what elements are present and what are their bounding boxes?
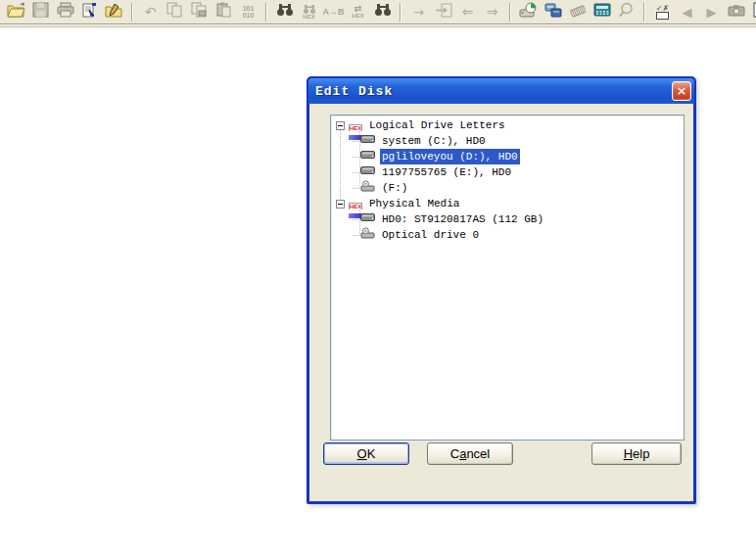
replace-hex-icon: ⇄ HEX [352, 6, 363, 19]
tree-item-label: system (C:), HD0 [380, 133, 488, 149]
move-back-button[interactable]: ⇐ [455, 1, 480, 23]
hard-disk-icon [360, 133, 376, 149]
toolbar-shadow [0, 25, 756, 28]
properties-icon [81, 2, 98, 23]
tree-item-optical-drive-0[interactable]: Optical drive 0 [331, 227, 684, 243]
tree-connector [353, 172, 359, 173]
tree-connector [353, 141, 359, 142]
triangle-left-icon: ◀ [683, 5, 692, 20]
toolbar-separator [509, 3, 511, 22]
drive-tree-listbox[interactable]: HEX Logical Drive Letters system (C:), H… [330, 115, 685, 441]
undo-button[interactable]: ↶ [138, 1, 163, 23]
tree-item-system-c[interactable]: system (C:), HD0 [331, 133, 684, 149]
calculator-button[interactable] [590, 1, 614, 23]
tree-item-physical-media[interactable]: HEX Physical Media [331, 196, 684, 211]
hex-logo-icon: HEX [349, 198, 363, 210]
tree-item-label: Physical Media [367, 196, 461, 211]
tree-item-hd0-st9120817as[interactable]: HD0: ST9120817AS (112 GB) [331, 211, 684, 227]
copy-binary-button[interactable]: 101 010 [236, 1, 260, 23]
open-disk-button[interactable] [516, 1, 541, 23]
replace-hex-button[interactable]: ⇄ HEX [346, 1, 370, 23]
properties-button[interactable] [77, 1, 102, 23]
tree-connector [353, 188, 359, 189]
hard-disk-icon [360, 164, 376, 180]
binoculars-hex-icon: HEX [303, 5, 316, 20]
replace-text-button[interactable]: A→B [321, 1, 346, 23]
toolbar-separator [131, 3, 133, 22]
tree-item-label: (F:) [380, 180, 409, 196]
tree-item-1197755765-e[interactable]: 1197755765 (E:), HD0 [331, 164, 684, 180]
folder-edit-button[interactable] [102, 1, 126, 23]
save-button[interactable] [28, 1, 53, 23]
print-button[interactable] [53, 1, 77, 23]
ram-editor-icon [544, 2, 562, 22]
find-hex-button[interactable]: HEX [297, 1, 321, 23]
close-button[interactable]: × [672, 81, 691, 101]
edit-disk-dialog: Edit Disk × HEX Logical Drive Letters [307, 76, 696, 504]
chip-icon [568, 3, 588, 22]
tree-item-logical-drive-letters[interactable]: HEX Logical Drive Letters [331, 117, 684, 133]
calculator-icon [593, 3, 611, 21]
open-file-button[interactable] [4, 1, 28, 23]
dialog-titlebar[interactable]: Edit Disk × [308, 78, 694, 104]
copy-icon [166, 2, 183, 22]
move-forward-button[interactable]: ⇒ [480, 1, 504, 23]
tree-item-pgliloveyou-d[interactable]: pgliloveyou (D:), HD0 [331, 149, 684, 164]
toolbar-separator [643, 3, 645, 22]
nav-forward-button[interactable]: ▶ [699, 1, 724, 23]
toolbar-separator [265, 3, 267, 22]
back-arrow-icon: ⇐ [462, 4, 474, 20]
copy-block-icon [191, 2, 208, 22]
ok-button[interactable]: OK [323, 442, 409, 465]
tree-item-label: HD0: ST9120817AS (112 GB) [380, 211, 545, 227]
tree-item-label: pgliloveyou (D:), HD0 [380, 149, 520, 164]
paste-icon [215, 2, 232, 22]
folder-pencil-icon [105, 2, 123, 22]
tree-connector [353, 219, 359, 220]
drive-tree: HEX Logical Drive Letters system (C:), H… [331, 116, 684, 243]
paste-button[interactable] [212, 1, 236, 23]
disk-pie-icon [519, 2, 538, 22]
script-button[interactable]: ✓✗ [650, 1, 675, 23]
tree-connector [353, 235, 359, 236]
memory-chip-button[interactable] [565, 1, 590, 23]
nav-back-button[interactable]: ◀ [675, 1, 699, 23]
goto-offset-icon [435, 3, 452, 22]
preview-button[interactable] [614, 1, 638, 23]
goto-button[interactable]: → [406, 1, 431, 23]
goto-offset-button[interactable] [431, 1, 455, 23]
printer-icon [57, 2, 74, 22]
binoculars-next-icon [374, 3, 392, 21]
find-text-button[interactable] [272, 1, 297, 23]
optical-drive-icon [360, 227, 376, 244]
hard-disk-icon [360, 211, 376, 227]
camera-icon [728, 3, 745, 22]
triangle-right-icon: ▶ [707, 5, 717, 20]
open-folder-icon [7, 2, 25, 22]
close-icon: × [677, 83, 687, 98]
collapse-minus-icon[interactable] [336, 200, 345, 209]
tree-item-f-drive[interactable]: (F:) [331, 180, 684, 196]
collapse-minus-icon[interactable] [336, 121, 345, 130]
tree-item-label: 1197755765 (E:), HD0 [380, 164, 513, 180]
forward-arrow-icon: ⇒ [487, 4, 498, 20]
help-button[interactable]: Help [591, 442, 682, 465]
undo-icon: ↶ [145, 4, 157, 20]
cancel-button[interactable]: Cancel [427, 442, 513, 465]
tree-item-label: Logical Drive Letters [367, 117, 507, 133]
replace-ab-icon: A→B [323, 9, 345, 16]
camera-button[interactable] [724, 1, 748, 23]
ram-editor-button[interactable] [541, 1, 565, 23]
tree-connector [353, 157, 359, 158]
script-checklist-icon: ✓✗ [656, 5, 669, 20]
notes-button[interactable] [748, 1, 756, 23]
copy-button[interactable] [163, 1, 187, 23]
find-next-button[interactable] [370, 1, 395, 23]
goto-arrow-icon: → [413, 5, 424, 20]
dialog-title: Edit Disk [308, 84, 393, 99]
magnifier-icon [618, 2, 635, 22]
save-icon [32, 2, 49, 22]
optical-drive-icon [360, 180, 376, 197]
toolbar-separator [400, 3, 402, 22]
copy-block-button[interactable] [187, 1, 212, 23]
